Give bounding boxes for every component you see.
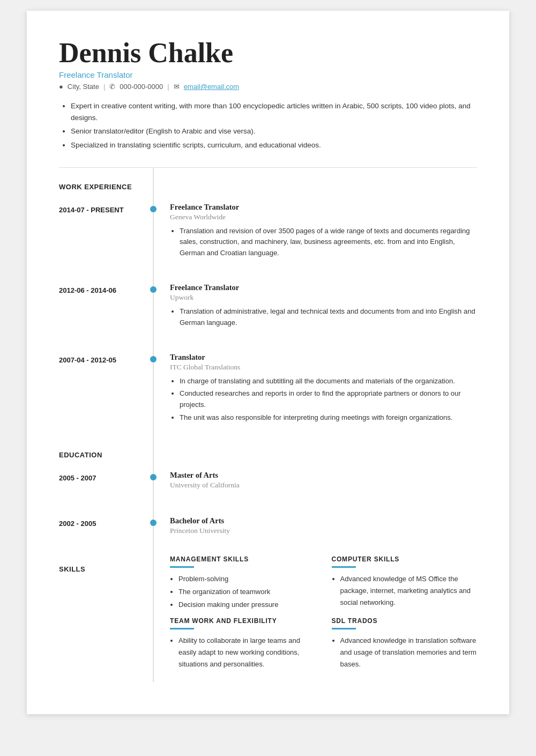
separator-1: | — [103, 83, 105, 91]
resume-container: Dennis Chalke Freelance Translator ● Cit… — [27, 11, 509, 714]
job-bullet-3-1: In charge of translating and subtitling … — [180, 376, 477, 387]
skill-bullets-computer: Advanced knowledge of MS Office the pack… — [332, 573, 478, 609]
job-bullet-3-3: The unit was also responsible for interp… — [180, 412, 477, 424]
table-row: 2014-07 - PRESENT Freelance Translator G… — [59, 191, 477, 271]
job-company-3: ITC Global Translations — [170, 363, 477, 372]
phone-text: 000-000-0000 — [120, 83, 163, 91]
skill-category-teamwork: TEAM WORK AND FLEXIBILITY Ability to col… — [170, 617, 316, 671]
job-company-1: Geneva Worldwide — [170, 213, 477, 221]
list-item: Advanced knowledge of MS Office the pack… — [340, 573, 478, 609]
job-company-2: Upwork — [170, 293, 477, 302]
work-content-3: Translator ITC Global Translations In ch… — [153, 341, 477, 436]
job-bullet-3-2: Conducted researches and reports in orde… — [180, 388, 477, 411]
work-content-1: Freelance Translator Geneva Worldwide Tr… — [153, 191, 477, 271]
candidate-name: Dennis Chalke — [59, 38, 477, 68]
education-label: EDUCATION — [59, 436, 153, 459]
edu-school-2: Princeton University — [170, 527, 477, 535]
job-bullets-3: In charge of translating and subtitling … — [170, 376, 477, 424]
work-experience-list: 2014-07 - PRESENT Freelance Translator G… — [59, 191, 477, 436]
list-item: Advanced knowledge in translation softwa… — [340, 635, 478, 670]
edu-date-1: 2005 - 2007 — [59, 459, 153, 505]
skill-title-teamwork: TEAM WORK AND FLEXIBILITY — [170, 617, 316, 625]
candidate-title: Freelance Translator — [59, 70, 477, 79]
job-title-1: Freelance Translator — [170, 203, 477, 212]
job-bullet-1-1: Translation and revision of over 3500 pa… — [180, 226, 477, 259]
summary-section: Expert in creative content writing, with… — [59, 100, 477, 151]
edu-content-1: Master of Arts University of California — [153, 459, 477, 505]
table-row: 2012-06 - 2014-06 Freelance Translator U… — [59, 271, 477, 341]
skill-underline-teamwork — [170, 628, 194, 629]
education-list: 2005 - 2007 Master of Arts University of… — [59, 459, 477, 550]
work-experience-header-spacer — [153, 168, 477, 191]
job-bullets-2: Translation of administrative, legal and… — [170, 306, 477, 329]
job-title-3: Translator — [170, 353, 477, 362]
skills-label-col: SKILLS — [59, 550, 153, 683]
list-item: Problem-solving — [178, 573, 316, 585]
work-experience-label: WORK EXPERIENCE — [59, 168, 153, 191]
skill-bullets-management: Problem-solving The organization of team… — [170, 573, 316, 611]
skill-title-computer: COMPUTER SKILLS — [332, 555, 478, 563]
edu-degree-1: Master of Arts — [170, 471, 477, 480]
skill-category-sdl: SDL TRADOS Advanced knowledge in transla… — [332, 617, 478, 671]
edu-content-2: Bachelor of Arts Princeton University — [153, 505, 477, 550]
work-experience-header-row: WORK EXPERIENCE — [59, 168, 477, 191]
header-section: Dennis Chalke Freelance Translator ● Cit… — [59, 38, 477, 91]
table-row: 2002 - 2005 Bachelor of Arts Princeton U… — [59, 505, 477, 550]
table-row: 2007-04 - 2012-05 Translator ITC Global … — [59, 341, 477, 436]
summary-item-2: Senior translator/editor (English to Ara… — [71, 125, 477, 137]
skill-title-management: MANAGEMENT SKILLS — [170, 555, 316, 563]
location-text: City, State — [68, 83, 99, 91]
skills-content: MANAGEMENT SKILLS Problem-solving The or… — [153, 550, 477, 683]
skill-bullets-sdl: Advanced knowledge in translation softwa… — [332, 635, 478, 670]
skill-title-sdl: SDL TRADOS — [332, 617, 478, 625]
skills-grid: MANAGEMENT SKILLS Problem-solving The or… — [170, 555, 477, 672]
edu-school-1: University of California — [170, 481, 477, 490]
summary-item-1: Expert in creative content writing, with… — [71, 100, 477, 123]
work-content-2: Freelance Translator Upwork Translation … — [153, 271, 477, 341]
skill-underline-management — [170, 566, 194, 568]
skills-section-row: SKILLS MANAGEMENT SKILLS Problem-solving… — [59, 550, 477, 683]
location-icon: ● — [59, 83, 63, 91]
email-link[interactable]: email@email.com — [184, 83, 240, 91]
job-bullets-1: Translation and revision of over 3500 pa… — [170, 226, 477, 259]
work-date-1: 2014-07 - PRESENT — [59, 191, 153, 271]
summary-item-3: Specialized in translating scientific sc… — [71, 139, 477, 151]
table-row: 2005 - 2007 Master of Arts University of… — [59, 459, 477, 505]
edu-date-2: 2002 - 2005 — [59, 505, 153, 550]
list-item: Decision making under pressure — [178, 599, 316, 611]
contact-line: ● City, State | ✆ 000-000-0000 | ✉ email… — [59, 83, 477, 91]
skill-category-management: MANAGEMENT SKILLS Problem-solving The or… — [170, 555, 316, 612]
email-icon: ✉ — [174, 83, 180, 91]
work-date-2: 2012-06 - 2014-06 — [59, 271, 153, 341]
skills-label: SKILLS — [59, 550, 153, 573]
work-date-3: 2007-04 - 2012-05 — [59, 341, 153, 436]
list-item: The organization of teamwork — [178, 586, 316, 598]
edu-degree-2: Bachelor of Arts — [170, 516, 477, 525]
skill-bullets-teamwork: Ability to collaborate in large teams an… — [170, 635, 316, 670]
skill-category-computer: COMPUTER SKILLS Advanced knowledge of MS… — [332, 555, 478, 612]
skill-underline-computer — [332, 566, 356, 568]
summary-list: Expert in creative content writing, with… — [59, 100, 477, 151]
separator-2: | — [167, 83, 169, 91]
job-title-2: Freelance Translator — [170, 283, 477, 292]
phone-icon: ✆ — [109, 83, 115, 91]
education-header-row: EDUCATION — [59, 436, 477, 459]
education-header-spacer — [153, 436, 477, 459]
job-bullet-2-1: Translation of administrative, legal and… — [180, 306, 477, 329]
list-item: Ability to collaborate in large teams an… — [178, 635, 316, 670]
skill-underline-sdl — [332, 628, 356, 629]
